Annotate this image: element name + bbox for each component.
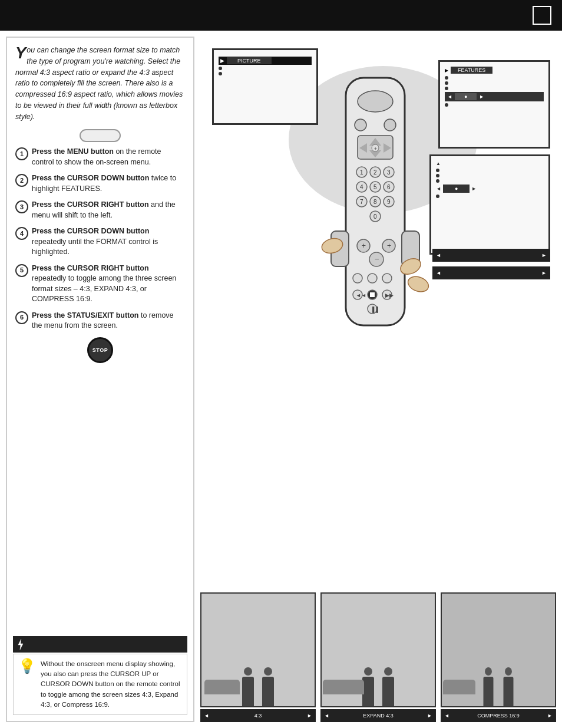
svg-text:+: + <box>362 242 366 250</box>
head-3a <box>485 667 492 676</box>
car-1 <box>204 680 240 694</box>
ms3-format-value: ● <box>443 185 470 193</box>
format-arrow-right: ► <box>479 94 484 100</box>
step-5-text: Press the CURSOR RIGHT button repeatedly… <box>32 263 185 305</box>
head-3b <box>505 667 512 676</box>
svg-point-3 <box>384 119 396 131</box>
format-bar2-right: ► <box>541 270 547 276</box>
lightning-icon <box>16 638 25 650</box>
photo2-right-arrow: ► <box>427 713 432 719</box>
ms3-format-row: ◄ ● ► <box>436 185 544 193</box>
menu-item-label-1: PICTURE <box>227 57 272 64</box>
menu-screen-1: ▶ PICTURE <box>212 48 318 125</box>
tip-box: 💡 Without the onscreen menu display show… <box>13 636 187 715</box>
svg-text:▶▶: ▶▶ <box>385 292 394 298</box>
step-2: 2 Press the CURSOR DOWN button twice to … <box>15 173 185 194</box>
menu-button-shape <box>80 129 121 142</box>
svg-point-51 <box>406 274 431 295</box>
format-bar1-right: ► <box>541 252 547 258</box>
page-number <box>533 6 551 25</box>
car-3 <box>443 680 475 694</box>
format-bar-1: ◄ ► <box>432 249 550 262</box>
bullet4 <box>445 81 448 85</box>
person-3a <box>481 667 496 706</box>
step-2-text: Press the CURSOR DOWN button twice to hi… <box>32 173 185 194</box>
svg-text:◄◄: ◄◄ <box>356 292 366 298</box>
svg-text:✦: ✦ <box>373 146 378 151</box>
photo-box-1 <box>200 592 316 707</box>
bullet5 <box>445 87 448 90</box>
main-content: You can change the screen format size to… <box>0 31 562 728</box>
step-4-number: 4 <box>15 227 28 240</box>
photo-item-2: ◄ EXPAND 4:3 ► <box>320 592 436 722</box>
step-4: 4 Press the CURSOR DOWN button repeatedl… <box>15 226 185 258</box>
stop-illustration: STOP <box>15 337 185 363</box>
step-1-text: Press the MENU button on the remote cont… <box>32 147 185 167</box>
bullet6 <box>445 103 448 107</box>
people-silhouette-1 <box>201 594 315 706</box>
ms3-item2 <box>436 174 544 177</box>
svg-text:5: 5 <box>373 184 377 190</box>
svg-text:1: 1 <box>360 169 363 176</box>
ms3-item1 <box>436 169 544 172</box>
ms3-arrow-right: ► <box>471 186 477 192</box>
svg-point-1 <box>358 91 393 112</box>
svg-rect-45 <box>370 292 375 297</box>
head-1a <box>244 667 252 676</box>
header-bar <box>0 0 562 31</box>
ms3-item3 <box>436 179 544 183</box>
svg-text:2: 2 <box>373 169 377 176</box>
step-3-text: Press the CURSOR RIGHT button and the me… <box>32 200 185 220</box>
photo-box-2 <box>320 592 436 707</box>
person-1a <box>239 667 257 706</box>
step-5: 5 Press the CURSOR RIGHT button repeated… <box>15 263 185 305</box>
photo1-caption: 4:3 <box>254 713 262 719</box>
menu-screen2-item3 <box>445 87 544 90</box>
photo2-caption: EXPAND 4:3 <box>363 713 393 719</box>
remote-control: ✦ 1 2 3 4 5 6 7 8 9 <box>313 72 443 380</box>
photo-item-3: ◄ COMPRESS 16:9 ► <box>441 592 556 722</box>
svg-text:4: 4 <box>360 184 363 190</box>
step-6-text: Press the STATUS/EXIT button to remove t… <box>32 311 185 331</box>
body-2b <box>382 677 394 706</box>
people-silhouette-3 <box>442 594 555 706</box>
menu-screen-2: ▶ FEATURES ◄ ● ► <box>438 60 550 149</box>
ms3-item5 <box>436 195 544 198</box>
head-1b <box>264 667 272 676</box>
menu-screen3-title: ▲ <box>436 161 544 166</box>
menu-screen2-item1 <box>445 76 544 80</box>
photo1-right-arrow: ► <box>307 713 312 719</box>
svg-text:▐▐: ▐▐ <box>371 306 378 313</box>
photo-strip: ◄ 4:3 ► <box>200 592 556 722</box>
menu-arrow-icon: ▶ <box>220 58 224 64</box>
menu-screen-3: ▲ ◄ ● ► <box>429 154 550 255</box>
drop-cap: Y <box>15 47 26 60</box>
stop-button-shape: STOP <box>87 337 113 363</box>
svg-text:−: − <box>375 255 379 263</box>
svg-text:0: 0 <box>373 213 377 220</box>
person-3b <box>501 667 516 706</box>
photo3-caption: COMPRESS 16:9 <box>477 713 520 719</box>
photo-box-3 <box>441 592 556 707</box>
step-1: 1 Press the MENU button on the remote co… <box>15 147 185 167</box>
photo-label-1: ◄ 4:3 ► <box>200 709 316 722</box>
step-3-number: 3 <box>15 200 28 213</box>
format-value: ● <box>455 93 477 100</box>
head-2a <box>364 667 372 676</box>
left-panel: You can change the screen format size to… <box>6 37 194 722</box>
svg-text:9: 9 <box>387 199 391 205</box>
svg-text:3: 3 <box>387 169 391 176</box>
step-4-text: Press the CURSOR DOWN button repeatedly … <box>32 226 185 258</box>
step-3: 3 Press the CURSOR RIGHT button and the … <box>15 200 185 220</box>
steps-section: 1 Press the MENU button on the remote co… <box>15 147 185 331</box>
menu-screen2-item2 <box>445 81 544 85</box>
svg-point-2 <box>355 119 366 131</box>
body-1a <box>242 677 254 706</box>
body-2a <box>362 677 374 706</box>
step-6: 6 Press the STATUS/EXIT button to remove… <box>15 311 185 331</box>
bullet-icon <box>219 67 222 70</box>
photo1-left-arrow: ◄ <box>204 713 209 719</box>
remote-svg: ✦ 1 2 3 4 5 6 7 8 9 <box>313 72 431 378</box>
intro-text: ou can change the screen format size to … <box>15 46 183 121</box>
body-3b <box>504 677 514 706</box>
